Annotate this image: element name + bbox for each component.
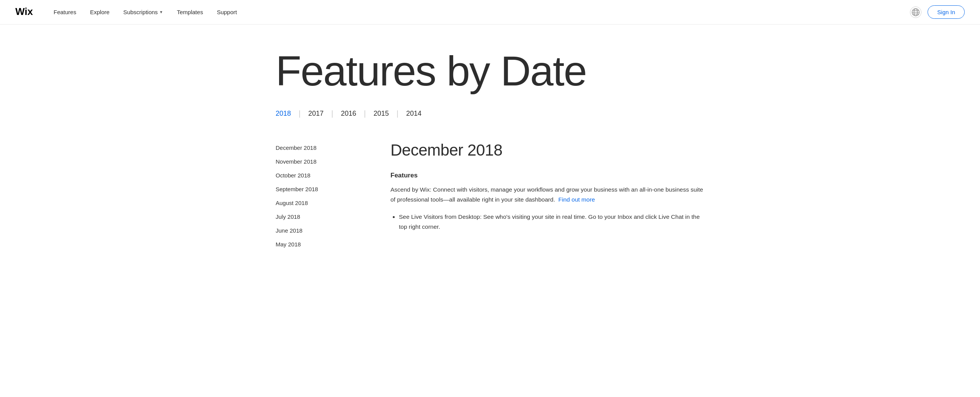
nav-subscriptions[interactable]: Subscriptions ▼ (123, 9, 163, 15)
language-selector[interactable] (910, 7, 921, 18)
page-title: Features by Date (276, 48, 704, 94)
features-description: Ascend by Wix: Connect with visitors, ma… (390, 185, 704, 205)
year-sep-2: | (331, 109, 333, 118)
list-item: See Live Visitors from Desktop: See who'… (399, 212, 704, 232)
svg-text:Wix: Wix (15, 6, 33, 17)
signin-button[interactable]: Sign In (928, 5, 965, 19)
globe-icon (911, 8, 920, 16)
year-2017[interactable]: 2017 (308, 110, 323, 118)
nav-features[interactable]: Features (54, 9, 76, 15)
section-title: December 2018 (390, 141, 704, 159)
sidebar-item-dec-2018[interactable]: December 2018 (276, 141, 360, 155)
subscriptions-chevron-icon: ▼ (159, 10, 163, 14)
features-heading: Features (390, 172, 704, 179)
nav-links: Features Explore Subscriptions ▼ Templat… (54, 9, 910, 15)
year-2016[interactable]: 2016 (341, 110, 356, 118)
year-sep-1: | (299, 109, 301, 118)
year-2015[interactable]: 2015 (374, 110, 389, 118)
find-out-more-link[interactable]: Find out more (559, 196, 595, 203)
year-2018[interactable]: 2018 (276, 110, 291, 118)
year-sep-3: | (364, 109, 366, 118)
main-nav: Wix Features Explore Subscriptions ▼ Tem… (0, 0, 980, 25)
year-nav: 2018 | 2017 | 2016 | 2015 | 2014 (276, 109, 704, 118)
sidebar-item-jul-2018[interactable]: July 2018 (276, 210, 360, 224)
content-layout: December 2018 November 2018 October 2018… (276, 141, 704, 251)
nav-support[interactable]: Support (217, 9, 237, 15)
sidebar-item-sep-2018[interactable]: September 2018 (276, 182, 360, 196)
features-desc-text: Ascend by Wix: Connect with visitors, ma… (390, 186, 703, 203)
sidebar: December 2018 November 2018 October 2018… (276, 141, 360, 251)
main-content: Features by Date 2018 | 2017 | 2016 | 20… (245, 25, 735, 274)
nav-right: Sign In (910, 5, 965, 19)
sidebar-item-may-2018[interactable]: May 2018 (276, 238, 360, 251)
year-2014[interactable]: 2014 (406, 110, 421, 118)
nav-explore[interactable]: Explore (90, 9, 109, 15)
sidebar-item-oct-2018[interactable]: October 2018 (276, 169, 360, 182)
features-list: See Live Visitors from Desktop: See who'… (390, 212, 704, 232)
wix-logo[interactable]: Wix (15, 6, 38, 19)
nav-templates[interactable]: Templates (177, 9, 203, 15)
sidebar-item-nov-2018[interactable]: November 2018 (276, 155, 360, 169)
content-section: December 2018 Features Ascend by Wix: Co… (390, 141, 704, 251)
sidebar-item-aug-2018[interactable]: August 2018 (276, 196, 360, 210)
year-sep-4: | (397, 109, 399, 118)
sidebar-item-jun-2018[interactable]: June 2018 (276, 224, 360, 238)
